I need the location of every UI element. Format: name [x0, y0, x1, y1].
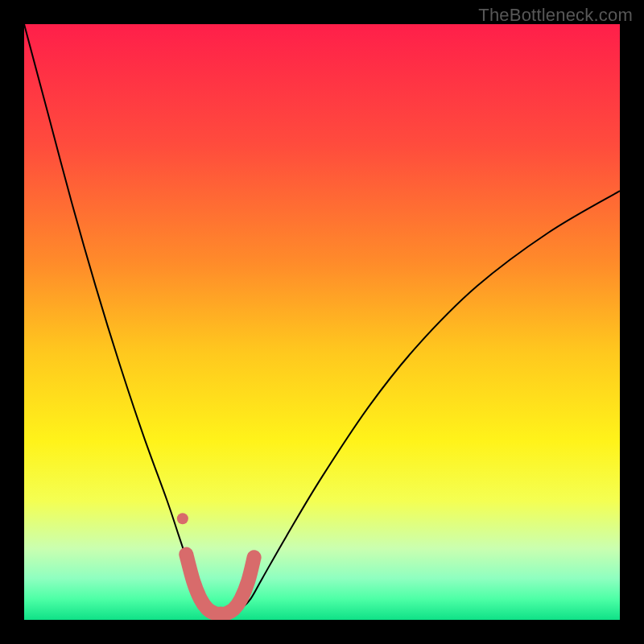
plot-area	[24, 24, 620, 620]
watermark-text: TheBottleneck.com	[478, 5, 633, 26]
chart-frame: TheBottleneck.com	[0, 0, 644, 644]
highlight-dot	[177, 513, 188, 524]
gradient-background	[24, 24, 620, 620]
chart-svg	[24, 24, 620, 620]
